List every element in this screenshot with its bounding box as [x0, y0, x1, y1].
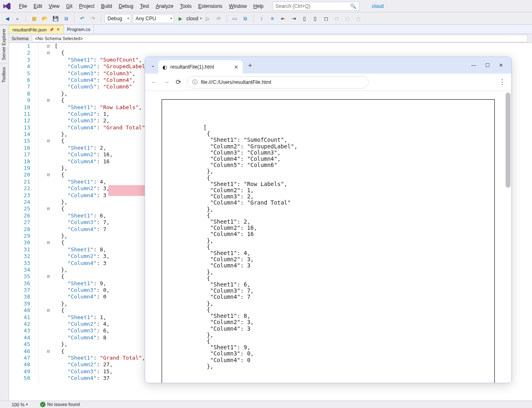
pin-icon[interactable]: 📌 — [49, 28, 54, 32]
browser-tab-title: resultantFile(1).html — [170, 64, 214, 70]
menu-help[interactable]: Help — [250, 2, 267, 11]
hot-reload-icon: ⟳ — [214, 14, 223, 23]
vs-logo-icon — [2, 2, 12, 11]
maximize-icon[interactable]: ☐ — [485, 62, 490, 68]
page-favicon-icon: ◐ — [162, 64, 167, 70]
browser-toolbar: ← → ⟳ ⓘ file:///C:/Users/resultantFile.h… — [145, 74, 511, 91]
ok-check-icon: ✓ — [40, 402, 45, 407]
tb-icon-3[interactable]: ↕ — [257, 14, 266, 23]
menu-git[interactable]: Git — [63, 2, 76, 11]
bookmark-clear-icon: ◻ — [354, 14, 363, 23]
site-info-icon[interactable]: ⓘ — [192, 79, 198, 86]
tb-icon-1[interactable]: ▭ — [230, 14, 239, 23]
tb-icon-2[interactable]: ⧉ — [241, 14, 250, 23]
menu-file[interactable]: File — [16, 2, 30, 11]
start-nodebug-icon[interactable]: ▷ — [203, 14, 212, 23]
browser-scrollbar[interactable] — [506, 93, 511, 188]
save-all-icon[interactable]: ⧉ — [62, 14, 71, 23]
tab-search-icon[interactable]: ⌄ — [148, 60, 158, 71]
menu-bar: FileEditViewGitProjectBuildDebugTestAnal… — [0, 0, 532, 12]
uncomment-icon[interactable]: ▯ — [311, 14, 320, 23]
start-target-label[interactable]: cloud — [186, 16, 198, 21]
tb-icon-4[interactable]: ≡ — [268, 14, 277, 23]
browser-window: ⌄ ◐ resultantFile(1).html ✕ ＋ — ☐ ✕ ← → … — [145, 57, 512, 383]
status-bar: 100 % ▾ ✓No issues found — [0, 401, 532, 408]
indent-left-icon[interactable]: ⇤ — [279, 14, 288, 23]
close-icon[interactable]: ✕ — [56, 27, 60, 32]
tab-resultantfile-json[interactable]: resultantFile.json 📌 ✕ — [9, 25, 64, 33]
schema-label: Schema: — [12, 36, 29, 41]
config-selector[interactable]: Debug — [105, 14, 131, 23]
document-tab-well: resultantFile.json 📌 ✕ Program.cs — [9, 25, 532, 34]
search-icon: 🔍 — [350, 3, 356, 9]
zoom-level[interactable]: 100 % ▾ — [12, 402, 28, 407]
issues-status[interactable]: ✓No issues found — [40, 402, 80, 408]
undo-icon[interactable]: ↶ — [78, 14, 87, 23]
nav-back-browser-icon: ← — [151, 79, 157, 86]
cloud-account-label[interactable]: cloud — [372, 3, 384, 9]
rail-server-explorer[interactable]: Server Explorer — [0, 25, 7, 63]
indent-right-icon[interactable]: ⇥ — [289, 14, 298, 23]
new-tab-button[interactable]: ＋ — [247, 61, 253, 70]
nav-back-icon[interactable]: ◀ — [2, 14, 12, 23]
menu-test[interactable]: Test — [137, 2, 153, 11]
fold-column[interactable]: ⊟⊟⊟⊟⊟⊟⊟⊟⊟⊟ — [45, 43, 51, 382]
menu-view[interactable]: View — [45, 2, 63, 11]
new-project-icon[interactable]: ▦ — [29, 14, 38, 23]
menu-analyze[interactable]: Analyze — [153, 2, 177, 11]
comment-icon[interactable]: ▯ — [300, 14, 309, 23]
nav-forward-browser-icon: → — [163, 79, 170, 86]
minimize-icon[interactable]: — — [471, 62, 476, 68]
browser-tab[interactable]: ◐ resultantFile(1).html ✕ — [158, 60, 243, 74]
menu-project[interactable]: Project — [76, 2, 98, 11]
schema-selector[interactable]: <No Schema Selected> — [32, 35, 528, 42]
open-file-icon[interactable]: 📂 — [40, 14, 49, 23]
tab-close-icon[interactable]: ✕ — [234, 64, 239, 70]
main-toolbar: ◀ ▸ ▦ 📂 💾 ⧉ ↶ ↷ Debug Any CPU ▶ cloud ▾ … — [0, 12, 532, 25]
menu-debug[interactable]: Debug — [115, 2, 136, 11]
browser-menu-icon[interactable]: ⋮ — [499, 78, 506, 86]
schema-bar: Schema: <No Schema Selected> — [9, 34, 532, 43]
menu-window[interactable]: Window — [226, 2, 250, 11]
tab-program-cs[interactable]: Program.cs — [64, 25, 94, 33]
left-rail: Server Explorer Toolbox — [0, 25, 9, 401]
line-number-gutter: 1234567891011121314151617181920212223242… — [9, 43, 39, 382]
browser-titlebar[interactable]: ⌄ ◐ resultantFile(1).html ✕ ＋ — ☐ ✕ — [145, 57, 511, 74]
browser-viewport[interactable]: [ { "Sheet1": "SumofCount", "Column2": "… — [145, 91, 511, 383]
search-placeholder: Search (Ctrl+Q) — [275, 3, 310, 9]
url-text: file:///C:/Users/resultantFile.html — [201, 79, 271, 85]
close-window-icon[interactable]: ✕ — [499, 62, 503, 68]
save-icon[interactable]: 💾 — [51, 14, 60, 23]
rail-toolbox[interactable]: Toolbox — [0, 63, 7, 86]
menu-extensions[interactable]: Extensions — [195, 2, 226, 11]
start-debug-icon[interactable]: ▶ — [176, 14, 185, 23]
bookmark-prev-icon: ◻ — [332, 14, 341, 23]
redo-icon[interactable]: ↷ — [88, 14, 98, 23]
menu-edit[interactable]: Edit — [30, 2, 45, 11]
platform-selector[interactable]: Any CPU — [133, 14, 174, 23]
bookmark-icon[interactable]: ◻ — [322, 14, 331, 23]
bookmark-next-icon: ◻ — [343, 14, 352, 23]
nav-fwd-icon[interactable]: ▸ — [13, 14, 22, 23]
reload-icon[interactable]: ⟳ — [176, 78, 181, 86]
menu-tools[interactable]: Tools — [177, 2, 195, 11]
menu-build[interactable]: Build — [98, 2, 116, 11]
search-input[interactable]: Search (Ctrl+Q) 🔍 — [272, 2, 359, 11]
page-content: [ { "Sheet1": "SumofCount", "Column2": "… — [162, 99, 495, 383]
address-bar[interactable]: ⓘ file:///C:/Users/resultantFile.html — [187, 76, 369, 88]
